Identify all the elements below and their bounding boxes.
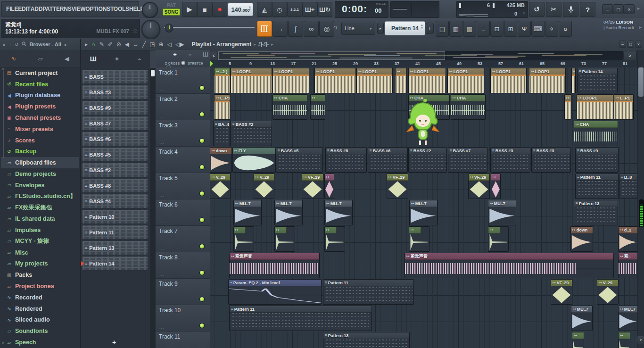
- track-header-track-9[interactable]: Track 9...: [156, 279, 210, 305]
- clip-loop1[interactable]: ↦LOOP1: [577, 94, 613, 120]
- browser-item-demo-projects[interactable]: ▱Demo projects: [1, 168, 79, 180]
- clip-pattern-11[interactable]: ≡Pattern 11: [575, 174, 619, 199]
- clip-vf-29[interactable]: ↦VF..29: [302, 174, 323, 199]
- play-position-marker[interactable]: [210, 61, 213, 66]
- master-pitch-slider[interactable]: [164, 27, 255, 28]
- clip-loop1[interactable]: ↦LOOP1: [447, 68, 484, 93]
- clip-v-29[interactable]: ↦V..29: [254, 174, 274, 199]
- track-led[interactable]: [199, 244, 205, 249]
- clip-v-29[interactable]: ↦V..29: [210, 174, 231, 199]
- clip-pattern-13[interactable]: ≡Pattern 13: [574, 200, 618, 225]
- clip-loop1[interactable]: ↦LOOP1: [356, 68, 393, 93]
- slip-tool-icon[interactable]: ↔: [133, 41, 139, 48]
- pattern-tab-audio[interactable]: ✦: [114, 55, 120, 63]
- pattern-add-button[interactable]: +: [109, 339, 119, 346]
- clip-b-8[interactable]: ≡B..8: [619, 174, 637, 199]
- track-header-track-8[interactable]: Track 8...: [156, 252, 210, 279]
- clip-loop1[interactable]: ↦LOOP1: [272, 68, 309, 93]
- playlist-grid[interactable]: ↦..2 )↦LOOP1↦LOOP1↦LOOP1↦LOOP1↦↦LOOP1↦LO…: [210, 67, 637, 348]
- snap-dropdown[interactable]: Line▸: [341, 22, 375, 35]
- browser-item-envelopes[interactable]: ▱Envelopes: [1, 180, 79, 191]
- pattern-cell-pattern-11[interactable]: ≡Pattern 11: [82, 225, 148, 240]
- browser-item-packs[interactable]: ▥Packs: [1, 269, 79, 281]
- track-options-dots[interactable]: ...: [159, 219, 165, 224]
- track-options-dots[interactable]: ...: [159, 246, 165, 250]
- browser-item-fx效果采集包[interactable]: ▱FX效果采集包: [1, 202, 79, 214]
- add-pattern-button[interactable]: +: [426, 23, 434, 34]
- pattern-spinner[interactable]: ▲▼: [421, 24, 423, 29]
- track-header-track-3[interactable]: Track 3...: [156, 120, 210, 147]
- browser-panel-button[interactable]: ⊟: [490, 21, 504, 37]
- browser-tab-files[interactable]: ▱: [38, 55, 42, 62]
- playlist-vscrollbar-thumb[interactable]: [638, 67, 644, 97]
- clip-vf-29[interactable]: ↦VF..29: [387, 174, 408, 199]
- track-options-dots[interactable]: ...: [159, 298, 165, 303]
- browser-item-soundfonts[interactable]: ▱Soundfonts: [1, 325, 79, 337]
- clip-cha[interactable]: ↦CHA: [272, 94, 307, 120]
- sync-icon[interactable]: ↺: [529, 2, 545, 17]
- clip-down[interactable]: ↦down: [210, 147, 232, 173]
- loop-record-icon[interactable]: Ш+: [302, 2, 317, 17]
- browser-item-project-bones[interactable]: ▱Project bones: [1, 281, 79, 292]
- clip-clip[interactable]: ↦: [564, 94, 571, 120]
- timeline-ruler[interactable]: 59131721252933374145495357616569737781: [210, 60, 637, 68]
- clip-pattern-13[interactable]: ≡Pattern 13: [323, 332, 410, 348]
- browser-item-scores[interactable]: ♪Scores: [1, 135, 79, 146]
- scroll-down-button[interactable]: ∨: [637, 336, 644, 344]
- clip-pattern-14[interactable]: ≡Pattern 14: [577, 68, 618, 93]
- clip-bass-#3[interactable]: ≡BASS #3: [490, 147, 530, 173]
- row2-overflow-arrow[interactable]: ▸: [639, 25, 642, 30]
- scroll-right-button[interactable]: >: [623, 51, 636, 61]
- pl-tab-patterns[interactable]: Ш: [203, 51, 208, 58]
- clip-mu-7[interactable]: ↦MU..7: [618, 306, 637, 331]
- track-led[interactable]: [199, 85, 205, 91]
- pattern-cell-pattern-13[interactable]: ≡Pattern 13: [82, 240, 148, 255]
- clip-vf-29[interactable]: ↦VF..29: [468, 174, 490, 199]
- browser-item-recorded[interactable]: ∿Recorded: [1, 292, 79, 303]
- clip-cha[interactable]: ↦CHA: [408, 94, 450, 120]
- clip-down[interactable]: ↦down: [570, 226, 593, 252]
- track-options-dots[interactable]: ...: [159, 166, 165, 171]
- clip-bass-#5[interactable]: ≡BASS #5: [276, 147, 323, 173]
- clip-clip[interactable]: ↦: [572, 332, 584, 348]
- browser-item-plugin-database[interactable]: ◀Plugin database: [1, 90, 79, 101]
- cut-icon[interactable]: ✂: [546, 2, 561, 17]
- pattern-cell-bass-#7[interactable]: ≡BASS #7: [82, 116, 148, 131]
- link-icon[interactable]: ∞: [304, 21, 319, 37]
- browser-item-backup[interactable]: ↺Backup: [1, 146, 79, 157]
- browser-title-arrow[interactable]: ▸: [65, 42, 67, 47]
- clip-2-[interactable]: ↦..2 ): [214, 68, 230, 93]
- pattern-cell-bass-#4[interactable]: ≡BASS #4: [82, 194, 148, 208]
- menu-options[interactable]: OPTIONS: [85, 6, 110, 12]
- arrow-tool-icon[interactable]: →: [272, 21, 288, 37]
- pattern-scrollbar-thumb[interactable]: [151, 70, 155, 76]
- zoom-tool-icon[interactable]: ⊕: [159, 41, 164, 48]
- clip-clip[interactable]: ↦: [488, 226, 509, 252]
- pattern-cell-bass-#3[interactable]: ≡BASS #3: [82, 85, 148, 99]
- track-led[interactable]: [199, 270, 205, 275]
- clip-clip[interactable]: ↦: [233, 226, 254, 252]
- track-options-dots[interactable]: ...: [159, 272, 165, 277]
- browser-item-plugin-presets[interactable]: ◀Plugin presets: [1, 101, 79, 112]
- select-tool-icon[interactable]: ◳: [149, 41, 155, 48]
- browser-item-clipboard-files[interactable]: ▱Clipboard files: [1, 157, 79, 168]
- pattern-cell-pattern-14[interactable]: ≡Pattern 14: [82, 256, 148, 271]
- pattern-cell-bass-#9[interactable]: ≡BASS #9: [82, 100, 148, 115]
- browser-undo-icon[interactable]: ↺: [15, 42, 18, 47]
- arrangement-name[interactable]: 斗斗: [258, 41, 269, 48]
- clip-loop1[interactable]: ↦LOOP1: [314, 68, 356, 93]
- playlist-minimap[interactable]: [218, 51, 623, 60]
- clip-clip[interactable]: ↦: [571, 68, 576, 93]
- pattern-cell-bass[interactable]: ≡BASS: [82, 69, 148, 84]
- browser-item-current-project[interactable]: ▤Current project: [1, 67, 79, 79]
- magnet-icon[interactable]: ∩: [333, 23, 338, 31]
- maximize-button[interactable]: ▢: [613, 4, 624, 14]
- clip-mu-7[interactable]: ↦MU..7: [488, 200, 516, 225]
- touch-controller-button[interactable]: ⌨: [531, 21, 545, 37]
- mixer-panel-button[interactable]: ≡: [477, 21, 490, 37]
- pattern-cell-bass-#8[interactable]: ≡BASS #8: [82, 178, 148, 193]
- clip-fly[interactable]: ↦FLY: [232, 147, 276, 173]
- clip-vf-29[interactable]: ↦VF..29: [551, 279, 572, 305]
- pat-label[interactable]: PAT: [163, 2, 180, 8]
- wait-input-icon[interactable]: ◷: [272, 2, 287, 17]
